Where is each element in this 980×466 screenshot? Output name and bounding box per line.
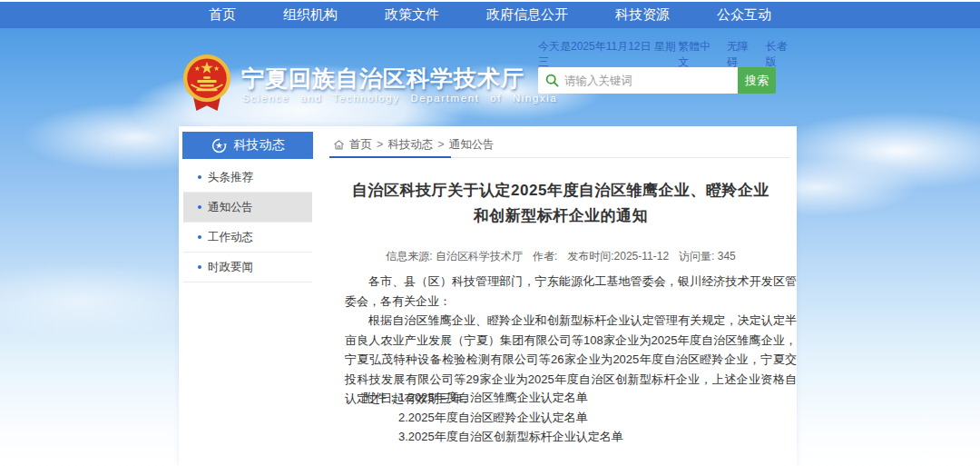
home-icon [333, 139, 345, 151]
article-title: 自治区科技厅关于认定2025年度自治区雏鹰企业、瞪羚企业 和创新型标杆企业的通知 [333, 178, 789, 229]
search-bar: 搜索 [538, 67, 776, 94]
sidebar-section-header: 科技动态 [182, 132, 313, 159]
search-input[interactable] [564, 74, 730, 87]
sidebar-item-political-news[interactable]: 时政要闻 [183, 253, 312, 283]
meta-visits-count: 访问量: 345 [679, 249, 736, 264]
content-panel: 科技动态 头条推荐 通知公告 工作动态 时政要闻 首页 > 科技动态 > 通知公… [179, 126, 797, 466]
link-accessibility[interactable]: 无障碍 [727, 39, 758, 70]
sidebar-item-label: 通知公告 [208, 193, 253, 223]
breadcrumb-separator: > [377, 138, 383, 151]
link-traditional-chinese[interactable]: 繁體中文 [678, 39, 719, 70]
nav-item-organization[interactable]: 组织机构 [283, 6, 338, 24]
nav-item-policy[interactable]: 政策文件 [385, 6, 439, 24]
link-elderly-version[interactable]: 长者版 [765, 39, 796, 70]
article-title-line1: 自治区科技厅关于认定2025年度自治区雏鹰企业、瞪羚企业 [352, 182, 769, 199]
bullet-dot-icon [198, 205, 201, 209]
today-date-text: 今天是2025年11月12日 星期三 [538, 39, 678, 70]
article-paragraph: 各市、县（区）科技管理部门，宁东能源化工基地管委会，银川经济技术开发区管委会，各… [345, 272, 797, 311]
sidebar-item-headlines[interactable]: 头条推荐 [183, 163, 312, 193]
article-meta: 信息来源: 自治区科学技术厅 作者: 发布时间:2025-11-12 访问量: … [333, 249, 789, 264]
nav-item-gov-info[interactable]: 政府信息公开 [486, 6, 568, 24]
attachment-link-1[interactable]: 1.2025年度自治区雏鹰企业认定名单 [398, 388, 623, 408]
meta-publish-date: 发布时间:2025-11-12 [567, 249, 669, 264]
sidebar-item-notices[interactable]: 通知公告 [183, 193, 312, 223]
sidebar-menu: 头条推荐 通知公告 工作动态 时政要闻 [183, 163, 312, 283]
top-navigation-bar: 首页 组织机构 政策文件 政府信息公开 科技资源 公众互动 [0, 0, 980, 28]
attachments-list: 1.2025年度自治区雏鹰企业认定名单 2.2025年度自治区瞪羚企业认定名单 … [398, 388, 623, 447]
attachments-label: 附件： [363, 388, 398, 447]
bullet-dot-icon [198, 265, 201, 269]
breadcrumb-notices[interactable]: 通知公告 [449, 137, 495, 153]
breadcrumb-active-underline [329, 156, 451, 158]
sidebar-item-label: 工作动态 [208, 223, 253, 253]
breadcrumb-tech-news[interactable]: 科技动态 [387, 137, 433, 153]
search-icon [545, 74, 559, 87]
search-input-container [538, 67, 738, 94]
tech-news-section-icon [211, 138, 227, 154]
national-emblem-logo [181, 51, 233, 114]
sidebar-item-label: 头条推荐 [208, 163, 253, 193]
attachment-link-2[interactable]: 2.2025年度自治区瞪羚企业认定名单 [398, 408, 623, 428]
bullet-dot-icon [198, 175, 201, 179]
site-title-english: Science and Technology Department of Nin… [242, 93, 750, 104]
attachments-block: 附件： 1.2025年度自治区雏鹰企业认定名单 2.2025年度自治区瞪羚企业认… [363, 388, 623, 447]
attachment-link-3[interactable]: 3.2025年度自治区创新型标杆企业认定名单 [398, 427, 623, 447]
main-nav: 首页 组织机构 政策文件 政府信息公开 科技资源 公众互动 [181, 2, 799, 28]
sidebar-section-title: 科技动态 [234, 137, 285, 154]
meta-author: 作者: [533, 249, 557, 264]
article-title-line2: 和创新型标杆企业的通知 [474, 207, 649, 224]
nav-item-resources[interactable]: 科技资源 [615, 6, 670, 24]
date-quicklinks-row: 今天是2025年11月12日 星期三 繁體中文 无障碍 长者版 [538, 47, 796, 62]
breadcrumb-home[interactable]: 首页 [349, 137, 372, 153]
bullet-dot-icon [198, 235, 201, 239]
sidebar-item-label: 时政要闻 [208, 253, 253, 283]
sidebar-item-work-updates[interactable]: 工作动态 [183, 223, 312, 253]
nav-item-interaction[interactable]: 公众互动 [717, 6, 771, 24]
meta-source: 信息来源: 自治区科学技术厅 [386, 249, 523, 264]
breadcrumb-separator: > [437, 138, 444, 151]
nav-item-home[interactable]: 首页 [209, 6, 236, 24]
search-button[interactable]: 搜索 [738, 67, 776, 94]
breadcrumb: 首页 > 科技动态 > 通知公告 [333, 136, 495, 153]
